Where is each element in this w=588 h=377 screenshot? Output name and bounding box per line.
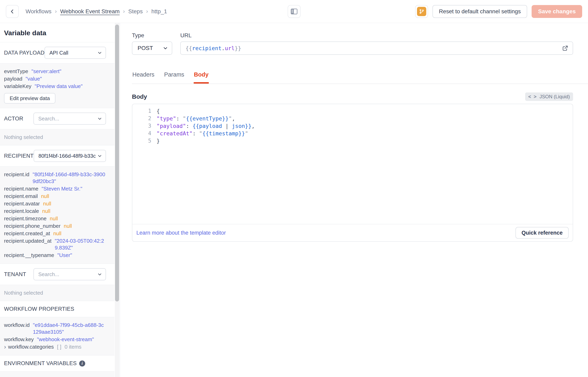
actor-row: ACTOR Search... <box>0 108 114 129</box>
line-number: 3 <box>132 122 156 130</box>
edit-preview-data-button[interactable]: Edit preview data <box>4 93 55 104</box>
body-template-editor: 1{2"type": "{{eventType}}",3"payload": {… <box>132 104 573 242</box>
code-line: 2"type": "{{eventType}}", <box>132 115 573 122</box>
kv-key: recipient.created_at <box>4 230 50 237</box>
request-tabs: HeadersParamsBody <box>132 71 573 83</box>
code-text: "type": "{{eventType}}", <box>156 115 235 122</box>
kv-row: recipient.id"80f1f4bf-166d-48f9-b33c-390… <box>4 171 106 185</box>
tenant-label: TENANT <box>4 271 26 278</box>
chevron-down-icon <box>97 272 102 277</box>
kv-value: null <box>50 215 106 222</box>
code-token: recipient <box>192 45 222 51</box>
environment-variables-values: vars.app_url"http://localhost:3000"vars.… <box>0 372 114 377</box>
code-token: }} <box>235 45 241 51</box>
kv-value: null <box>53 230 106 237</box>
tab-body[interactable]: Body <box>194 71 209 83</box>
tenant-empty-state: Nothing selected <box>0 285 114 301</box>
code-text: "createdAt": "{{timestamp}}" <box>156 130 248 137</box>
data-payload-select[interactable]: API Call <box>45 47 106 59</box>
editor-language-badge[interactable]: < > JSON (Liquid) <box>525 93 573 101</box>
code-token: "type" <box>156 115 176 122</box>
editor-footer: Learn more about the template editor Qui… <box>132 224 573 241</box>
toggle-sidebar-button[interactable] <box>288 5 301 18</box>
tab-headers[interactable]: Headers <box>132 71 155 83</box>
kv-key: recipient.avatar <box>4 200 40 207</box>
kv-key: recipient.locale <box>4 208 39 214</box>
code-token: "createdAt" <box>156 130 193 137</box>
tenant-select-placeholder: Search... <box>38 271 95 278</box>
kv-value: null <box>43 200 106 207</box>
external-link-icon[interactable] <box>562 45 569 52</box>
kv-row: recipient.created_atnull <box>4 230 106 237</box>
variable-data-sidebar: Variable data DATA PAYLOAD API Call even… <box>0 23 120 377</box>
line-number: 5 <box>132 137 156 145</box>
recipient-label: RECIPIENT <box>4 153 34 159</box>
kv-row: vars.app_url"http://localhost:3000" <box>4 376 106 377</box>
workflow-properties-header: WORKFLOW PROPERTIES <box>0 301 114 317</box>
actor-select[interactable]: Search... <box>34 113 106 125</box>
chevron-left-icon <box>9 9 15 14</box>
url-value: {{recipient.url}} <box>186 45 562 51</box>
kv-key: recipient.phone_number <box>4 223 60 229</box>
code-token: , <box>232 115 235 122</box>
code-token: " <box>183 115 186 122</box>
tab-params[interactable]: Params <box>164 71 185 83</box>
kv-value: "Preview data value" <box>35 83 106 90</box>
tenant-row: TENANT Search... <box>0 264 114 285</box>
url-input[interactable]: {{recipient.url}} <box>180 41 573 55</box>
save-changes-button[interactable]: Save changes <box>532 5 582 18</box>
breadcrumb-item[interactable]: Workflows <box>26 8 52 15</box>
kv-row: recipient.__typename"User" <box>4 252 106 259</box>
code-editor[interactable]: 1{2"type": "{{eventType}}",3"payload": {… <box>132 104 573 224</box>
recipient-select[interactable]: 80f1f4bf-166d-48f9-b33c <box>34 150 106 162</box>
sidebar-scrollbar-thumb[interactable] <box>115 24 119 302</box>
kv-row: recipient.name"Steven Metz Sr." <box>4 185 106 192</box>
categories-count: 0 items <box>65 343 82 350</box>
code-line: 4"createdAt": "{{timestamp}}" <box>132 130 573 137</box>
kv-row: payload"value" <box>4 75 106 82</box>
line-number: 1 <box>132 107 156 115</box>
kv-row: variableKey"Preview data value" <box>4 83 106 90</box>
kv-key: recipient.timezone <box>4 215 47 222</box>
kv-row: workflow.id"e91ddae4-7f99-45cb-a688-3c12… <box>4 322 106 335</box>
code-token: : <box>186 123 193 129</box>
code-token: {{ <box>186 45 192 51</box>
kv-row: recipient.localenull <box>4 208 106 214</box>
code-token: } <box>156 138 160 144</box>
chevron-right-icon[interactable]: › <box>4 343 6 350</box>
kv-key: payload <box>4 75 22 82</box>
code-token: {{eventType}} <box>186 115 228 122</box>
kv-key: workflow.categories <box>8 343 54 350</box>
commit-button[interactable] <box>415 5 428 18</box>
code-token: " <box>199 130 202 137</box>
app-window: Workflows›Webhook Event Stream›Steps›htt… <box>0 0 588 377</box>
tenant-select[interactable]: Search... <box>34 268 106 280</box>
kv-row: recipient.avatarnull <box>4 200 106 207</box>
breadcrumb-separator: › <box>123 8 125 14</box>
sidebar-panel-icon <box>291 8 298 15</box>
workflow-categories-row[interactable]: › workflow.categories [ ] 0 items <box>4 343 106 350</box>
code-line: 3"payload": {{payload | json}}, <box>132 122 573 130</box>
kv-key: workflow.key <box>4 336 34 343</box>
info-icon[interactable]: i <box>79 361 85 366</box>
sidebar-scrollbar[interactable] <box>115 23 119 377</box>
breadcrumb-item[interactable]: Webhook Event Stream <box>60 8 120 15</box>
kv-value: "Steven Metz Sr." <box>42 185 106 192</box>
kv-row: workflow.key"webhook-event-stream" <box>4 336 106 343</box>
breadcrumb-item: http_1 <box>151 8 167 15</box>
method-select[interactable]: POST <box>132 41 172 55</box>
template-editor-docs-link[interactable]: Learn more about the template editor <box>136 230 226 236</box>
reset-to-default-button[interactable]: Reset to default channel settings <box>433 5 527 18</box>
kv-row: recipient.updated_at"2024-03-05T00:42:29… <box>4 237 106 251</box>
body-section-title: Body <box>132 93 147 100</box>
back-button[interactable] <box>6 5 19 18</box>
code-token: : <box>176 115 183 122</box>
tabs-divider <box>132 83 588 84</box>
kv-row: recipient.emailnull <box>4 193 106 200</box>
code-token: {{timestamp}} <box>202 130 245 137</box>
workflow-properties-values: workflow.id"e91ddae4-7f99-45cb-a688-3c12… <box>0 317 114 355</box>
kv-value: "e91ddae4-7f99-45cb-a688-3c129aae3105" <box>33 322 106 335</box>
code-line: 1{ <box>132 107 573 115</box>
code-text: "payload": {{payload | json}}, <box>156 122 255 130</box>
quick-reference-button[interactable]: Quick reference <box>516 227 569 239</box>
